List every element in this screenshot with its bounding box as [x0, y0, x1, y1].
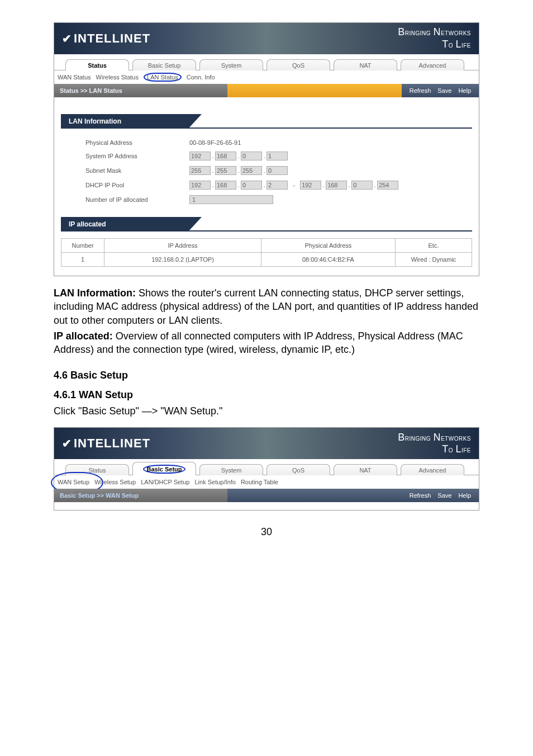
refresh-button[interactable]: Refresh [410, 87, 431, 94]
lan-status-screenshot: ✔ INTELLINET BBringing Networksringing N… [54, 22, 479, 276]
label-system-ip: System IP Address [81, 149, 185, 163]
breadcrumb: Basic Setup >> WAN Setup [54, 489, 227, 502]
label-num-allocated: Number of IP allocated [81, 192, 185, 207]
ip-octet[interactable]: 255 [189, 166, 211, 175]
subnav-lan-status[interactable]: LAN Status [144, 73, 182, 82]
tab-qos[interactable]: QoS [266, 59, 330, 70]
ip-octet[interactable]: 1 [266, 152, 288, 160]
tab-qos[interactable]: QoS [266, 464, 330, 475]
save-button[interactable]: Save [437, 492, 451, 499]
ip-octet[interactable]: 0 [241, 152, 262, 160]
subnav-lan-dhcp-setup[interactable]: LAN/DHCP Setup [141, 479, 189, 485]
help-button[interactable]: Help [458, 87, 471, 94]
slogan: BBringing Networksringing Networks To Li… [398, 26, 471, 50]
narrative: LAN Information: Shows the router's curr… [54, 286, 479, 356]
tab-nat[interactable]: NAT [334, 464, 397, 475]
tab-system[interactable]: System [199, 59, 263, 70]
breadcrumb-bar: Basic Setup >> WAN Setup Refresh Save He… [54, 489, 479, 502]
logo: ✔ INTELLINET [62, 436, 150, 451]
ip-alloc-term: IP allocated: [54, 330, 113, 342]
page-number: 30 [54, 526, 479, 538]
ip-octet[interactable]: 255 [215, 166, 236, 175]
ip-octet[interactable]: 0 [266, 166, 288, 175]
top-tabs: Status Basic Setup System QoS NAT Advanc… [54, 54, 479, 70]
ip-alloc-body: Overview of all connected computers with… [54, 330, 463, 355]
save-button[interactable]: Save [437, 87, 451, 94]
tab-advanced[interactable]: Advanced [401, 464, 464, 475]
cell-etc: Wired : Dynamic [396, 253, 472, 267]
ip-octet[interactable]: 255 [241, 166, 262, 175]
value-system-ip: 192.168.0.1 [185, 149, 403, 163]
tab-status[interactable]: Status [65, 59, 129, 70]
status-subnav: WAN Status Wireless Status LAN Status Co… [54, 70, 479, 84]
col-number: Number [61, 239, 104, 253]
col-ip: IP Address [104, 239, 261, 253]
banner: ✔ INTELLINET Bringing Networks To Life [54, 428, 479, 459]
col-physical: Physical Address [261, 239, 395, 253]
ip-octet[interactable]: 168 [215, 181, 236, 190]
tab-advanced[interactable]: Advanced [401, 59, 464, 70]
tab-basic-setup-label: Basic Setup [143, 465, 186, 474]
table-row: 1 192.168.0.2 (LAPTOP) 08:00:46:C4:B2:FA… [61, 253, 472, 267]
tab-system[interactable]: System [199, 464, 263, 475]
help-button[interactable]: Help [458, 492, 471, 499]
value-physical-address: 00-08-9F-26-65-91 [185, 136, 403, 149]
ip-octet[interactable]: 0 [241, 181, 262, 190]
ip-octet[interactable]: 168 [326, 181, 347, 190]
breadcrumb-bar: Status >> LAN Status Refresh Save Help [54, 84, 479, 97]
slogan: Bringing Networks To Life [398, 432, 471, 456]
range-dash: - [289, 182, 298, 188]
lan-info-term: LAN Information: [54, 287, 136, 299]
label-subnet: Subnet Mask [81, 163, 185, 178]
ip-octet[interactable]: 2 [266, 181, 288, 190]
value-dhcp-pool: 192.168.0.2 - 192.168.0.254 [185, 178, 403, 192]
ip-octet[interactable]: 254 [377, 181, 398, 190]
label-dhcp-pool: DHCP IP Pool [81, 178, 185, 192]
tab-basic-setup[interactable]: Basic Setup [132, 59, 196, 70]
check-icon: ✔ [62, 437, 72, 450]
subnav-link-setup[interactable]: Link Setup/Info [194, 479, 235, 485]
top-tabs: Status Basic Setup System QoS NAT Advanc… [54, 459, 479, 475]
col-etc: Etc. [396, 239, 472, 253]
value-num-allocated[interactable]: 1 [189, 195, 273, 204]
tab-nat[interactable]: NAT [334, 59, 397, 70]
lan-info-heading: LAN Information [61, 114, 202, 129]
wan-setup-screenshot: ✔ INTELLINET Bringing Networks To Life S… [54, 427, 479, 511]
logo-text: INTELLINET [74, 436, 150, 451]
banner: ✔ INTELLINET BBringing Networksringing N… [54, 23, 479, 54]
value-subnet: 255.255.255.0 [185, 163, 403, 178]
heading-basic-setup: 4.6 Basic Setup [54, 370, 479, 381]
ip-octet[interactable]: 192 [300, 181, 321, 190]
tab-basic-setup[interactable]: Basic Setup [132, 462, 196, 475]
cell-physical: 08:00:46:C4:B2:FA [261, 253, 395, 267]
ip-allocated-table: Number IP Address Physical Address Etc. … [61, 238, 472, 267]
cell-number: 1 [61, 253, 104, 267]
refresh-button[interactable]: Refresh [410, 492, 431, 499]
subnav-routing-table[interactable]: Routing Table [241, 479, 278, 485]
breadcrumb: Status >> LAN Status [54, 84, 227, 97]
subnav-wireless-status[interactable]: Wireless Status [96, 74, 139, 81]
ip-allocated-heading: IP allocated [61, 217, 202, 231]
logo-text: INTELLINET [74, 31, 150, 46]
cell-ip: 192.168.0.2 (LAPTOP) [104, 253, 261, 267]
check-icon: ✔ [62, 32, 72, 45]
label-physical-address: Physical Address [81, 136, 185, 149]
instruction: Click "Basic Setup" —> "WAN Setup." [54, 405, 479, 417]
heading-wan-setup: 4.6.1 WAN Setup [54, 389, 479, 401]
subnav-conn-info[interactable]: Conn. Info [187, 74, 215, 81]
ip-octet[interactable]: 192 [189, 152, 211, 160]
ip-octet[interactable]: 0 [351, 181, 373, 190]
lan-info-table: Physical Address 00-08-9F-26-65-91 Syste… [81, 136, 403, 207]
ip-octet[interactable]: 192 [189, 181, 211, 190]
ip-octet[interactable]: 168 [215, 152, 236, 160]
logo: ✔ INTELLINET [62, 31, 150, 46]
basic-subnav: WAN Setup Wireless Setup LAN/DHCP Setup … [54, 475, 479, 489]
subnav-wan-status[interactable]: WAN Status [58, 74, 91, 81]
